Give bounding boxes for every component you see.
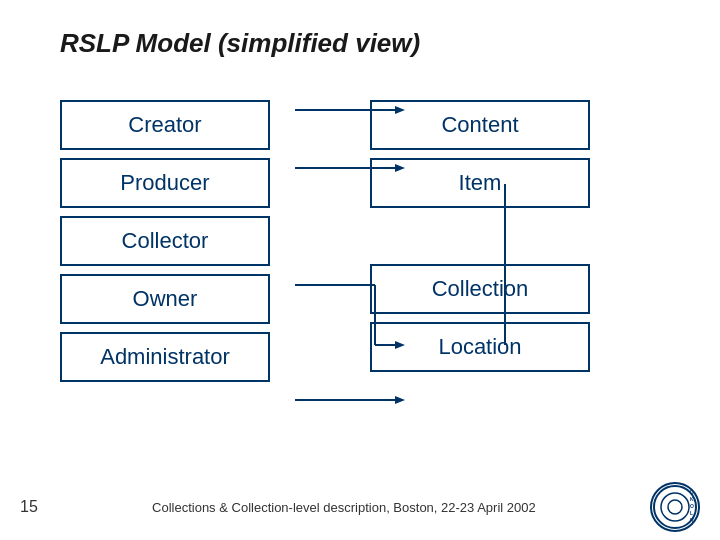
svg-text:L: L [690,510,693,516]
svg-text:N: N [690,517,694,523]
page-number: 15 [20,498,38,516]
svg-marker-10 [395,396,405,404]
title: RSLP Model (simplified view) [0,0,720,59]
content-box: Content [370,100,590,150]
footer: 15 Collections & Collection-level descri… [0,482,720,532]
collector-box: Collector [60,216,270,266]
item-box: Item [370,158,590,208]
svg-text:O: O [690,503,694,509]
svg-text:U: U [690,489,694,495]
administrator-box: Administrator [60,332,270,382]
creator-box: Creator [60,100,270,150]
collection-box: Collection [370,264,590,314]
location-box: Location [370,322,590,372]
footer-text: Collections & Collection-level descripti… [48,500,640,515]
svg-point-12 [661,493,689,521]
ukoln-logo: U K O L N [650,482,700,532]
svg-text:K: K [690,496,694,502]
svg-point-13 [668,500,682,514]
producer-box: Producer [60,158,270,208]
owner-box: Owner [60,274,270,324]
